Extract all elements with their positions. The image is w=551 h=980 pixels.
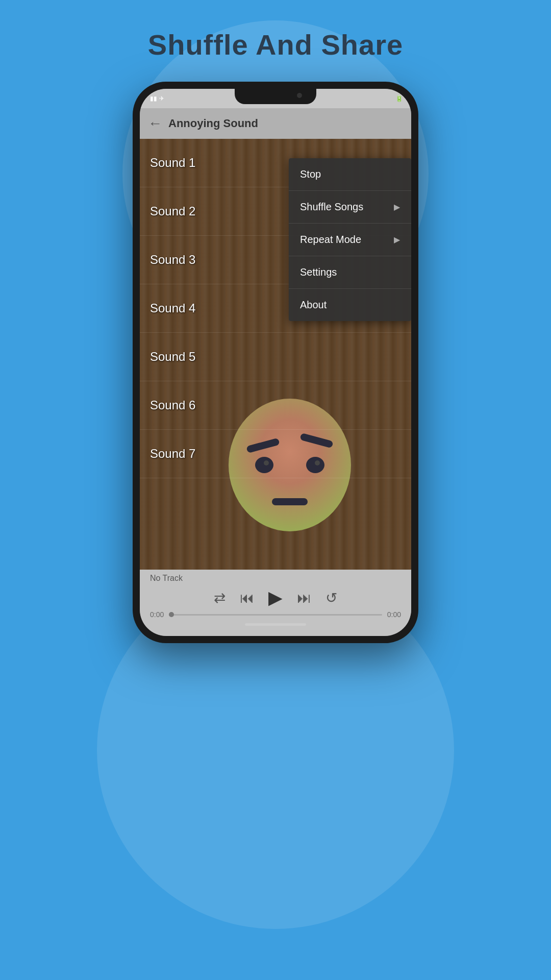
phone-frame: ▮▮ ✈ 11:29 AM 🔋 ← Annoying Sound <box>133 82 418 643</box>
play-button[interactable]: ▶ <box>268 587 283 608</box>
progress-bar[interactable] <box>169 614 382 616</box>
next-button[interactable]: ⏭ <box>297 590 311 606</box>
chevron-right-icon: ▶ <box>394 235 400 244</box>
time-total: 0:00 <box>387 610 401 619</box>
status-icons-right: 🔋 <box>395 95 403 102</box>
battery-icon: 🔋 <box>395 95 403 102</box>
phone-screen: ▮▮ ✈ 11:29 AM 🔋 ← Annoying Sound <box>140 89 411 636</box>
home-indicator[interactable] <box>245 623 306 626</box>
context-menu-shuffle-songs[interactable]: Shuffle Songs ▶ <box>289 191 411 224</box>
camera-icon <box>297 93 302 98</box>
time-elapsed: 0:00 <box>150 610 164 619</box>
app-bar: ← Annoying Sound <box>140 108 411 139</box>
shuffle-button[interactable]: ⇄ <box>214 590 226 606</box>
status-icons-left: ▮▮ ✈ <box>150 95 164 102</box>
sound-list: Sound 1 Sound 2 Sound 3 Sound 4 Sound 5 … <box>140 139 411 570</box>
notch <box>235 89 316 104</box>
telegram-icon: ✈ <box>159 95 164 102</box>
list-item[interactable]: Sound 6 <box>140 381 411 430</box>
previous-button[interactable]: ⏮ <box>240 590 254 606</box>
chevron-right-icon: ▶ <box>394 202 400 212</box>
player-time-row: 0:00 0:00 <box>140 610 411 619</box>
context-menu-about[interactable]: About <box>289 289 411 321</box>
signal-icon: ▮▮ <box>150 95 157 102</box>
list-item[interactable]: Sound 7 <box>140 430 411 478</box>
context-menu-stop[interactable]: Stop <box>289 158 411 191</box>
player-bar: No Track ⇄ ⏮ ▶ ⏭ ↺ 0:00 0:00 <box>140 570 411 636</box>
progress-dot <box>169 612 174 617</box>
context-menu: Stop Shuffle Songs ▶ Repeat Mode ▶ Setti… <box>289 158 411 321</box>
repeat-button[interactable]: ↺ <box>325 590 337 606</box>
back-button[interactable]: ← <box>148 115 162 132</box>
context-menu-repeat-mode[interactable]: Repeat Mode ▶ <box>289 224 411 256</box>
context-menu-settings[interactable]: Settings <box>289 256 411 289</box>
list-item[interactable]: Sound 5 <box>140 333 411 381</box>
track-name: No Track <box>140 570 411 585</box>
page-title: Shuffle And Share <box>0 28 551 61</box>
player-controls: ⇄ ⏮ ▶ ⏭ ↺ <box>140 585 411 610</box>
app-bar-title: Annoying Sound <box>168 117 258 130</box>
